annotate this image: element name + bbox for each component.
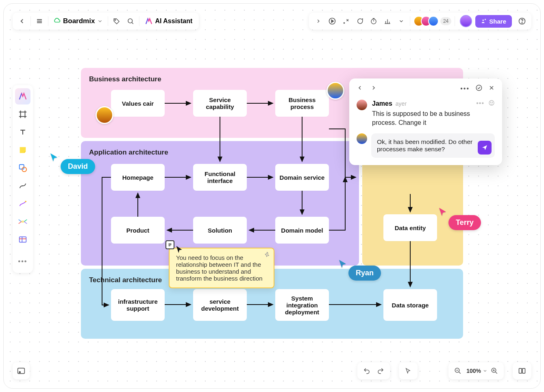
share-label: Share: [489, 18, 506, 25]
mindmap-tool[interactable]: [15, 213, 30, 230]
select-tool[interactable]: [15, 88, 30, 105]
tag-button[interactable]: [110, 14, 124, 28]
node-service-capability[interactable]: Service capability: [193, 90, 247, 117]
svg-point-15: [483, 20, 484, 21]
zoom-out-button[interactable]: [451, 364, 465, 378]
comment-text: This is supposed to be a business proces…: [372, 109, 495, 128]
comment-button[interactable]: [353, 14, 367, 28]
emoji-button[interactable]: [488, 100, 495, 108]
more-button[interactable]: [394, 14, 408, 28]
svg-line-68: [495, 372, 497, 374]
node-functional-interface[interactable]: Functional interface: [193, 164, 247, 191]
pages-button[interactable]: [515, 364, 529, 378]
svg-point-4: [128, 19, 133, 23]
sticky-note[interactable]: You need to focus on the relationship be…: [169, 248, 274, 288]
node-product[interactable]: Product: [111, 217, 165, 244]
node-infrastructure[interactable]: infrastructure support: [111, 289, 165, 321]
svg-rect-71: [519, 368, 522, 373]
node-system-integration[interactable]: System integration deployment: [275, 289, 329, 321]
zoom-in-button[interactable]: [487, 364, 501, 378]
timer-button[interactable]: [367, 14, 381, 28]
node-data-entity[interactable]: Data entity: [383, 214, 437, 241]
svg-point-20: [522, 22, 522, 23]
avatar-count: 24: [440, 17, 451, 25]
comment-more-button[interactable]: •••: [476, 100, 484, 108]
svg-point-29: [25, 201, 27, 203]
my-avatar[interactable]: [460, 15, 472, 27]
svg-rect-30: [22, 220, 24, 222]
sticky-text: You need to focus on the relationship be…: [176, 254, 267, 282]
node-domain-service[interactable]: Domain service: [275, 164, 329, 191]
node-homepage[interactable]: Homepage: [111, 164, 165, 191]
canvas-avatar: [326, 82, 344, 100]
node-business-process[interactable]: Business process: [275, 90, 329, 117]
node-data-storage[interactable]: Data storage: [383, 289, 437, 321]
cursor-ryan: Ryan: [338, 259, 348, 270]
ai-assistant-button[interactable]: AI Assistant: [141, 17, 196, 25]
search-button[interactable]: [124, 14, 137, 28]
chevron-down-icon[interactable]: [483, 368, 487, 373]
topbar-left: Boardmix AI Assistant: [13, 13, 199, 30]
help-button[interactable]: [515, 14, 529, 28]
svg-rect-27: [20, 165, 24, 169]
undo-redo-group: [357, 362, 390, 379]
svg-rect-72: [522, 368, 525, 373]
resolve-button[interactable]: [475, 84, 483, 93]
svg-line-5: [132, 22, 133, 24]
section-application: Application architecture: [81, 141, 359, 266]
svg-rect-62: [18, 368, 25, 373]
more-options-button[interactable]: •••: [460, 85, 470, 92]
comment-author: James: [372, 100, 392, 107]
cloud-sync-icon: [53, 17, 61, 26]
avatar: [428, 16, 439, 26]
sparkle-button[interactable]: [339, 14, 353, 28]
board-name[interactable]: Boardmix: [50, 17, 106, 26]
text-tool[interactable]: [15, 124, 30, 140]
more-tools-button[interactable]: •••: [15, 253, 30, 270]
close-button[interactable]: [488, 85, 495, 93]
undo-button[interactable]: [360, 364, 374, 378]
pin-icon[interactable]: [264, 252, 270, 259]
pen-tool[interactable]: [15, 196, 30, 212]
shape-tool[interactable]: [15, 160, 30, 176]
svg-line-65: [459, 372, 461, 374]
topbar-right: 24 Share: [309, 13, 531, 30]
node-values-cair[interactable]: Values cair: [111, 90, 165, 117]
left-toolbar: •••: [13, 85, 33, 273]
board-title: Boardmix: [63, 17, 95, 25]
ai-logo-icon: [145, 17, 152, 25]
chart-button[interactable]: [381, 14, 394, 28]
back-button[interactable]: [15, 14, 29, 28]
comment-time: ayer: [396, 100, 407, 107]
redo-button[interactable]: [374, 364, 387, 378]
share-icon: [481, 18, 487, 24]
node-domain-model[interactable]: Domain model: [275, 217, 329, 244]
collaborator-avatars[interactable]: 24: [412, 16, 453, 26]
chevron-down-icon: [97, 18, 103, 24]
share-button[interactable]: Share: [475, 15, 512, 28]
zoom-value[interactable]: 100%: [465, 368, 483, 374]
pointer-button[interactable]: [401, 364, 415, 378]
note-icon: [165, 240, 174, 249]
ai-assistant-label: AI Assistant: [155, 17, 192, 25]
connector-tool[interactable]: [15, 178, 30, 194]
menu-button[interactable]: [33, 14, 46, 28]
node-service-development[interactable]: service development: [193, 289, 247, 321]
cursor-label: David: [61, 159, 95, 174]
frame-tool[interactable]: [15, 106, 30, 122]
node-solution[interactable]: Solution: [193, 217, 247, 244]
svg-point-61: [492, 102, 492, 102]
prev-comment-button[interactable]: [357, 85, 363, 93]
minimap-button[interactable]: [13, 362, 30, 379]
send-button[interactable]: [478, 141, 492, 155]
next-comment-button[interactable]: [370, 85, 377, 93]
cursor-label: Ryan: [348, 266, 381, 281]
table-tool[interactable]: [15, 231, 30, 248]
chevron-right-button[interactable]: [311, 14, 325, 28]
svg-point-59: [489, 100, 494, 105]
svg-point-63: [19, 372, 20, 373]
play-button[interactable]: [325, 14, 339, 28]
sticky-note-tool[interactable]: [15, 142, 30, 158]
cursor-terry: Terry: [438, 207, 448, 218]
reply-input[interactable]: Ok, it has been modified. Do other proce…: [371, 133, 495, 158]
